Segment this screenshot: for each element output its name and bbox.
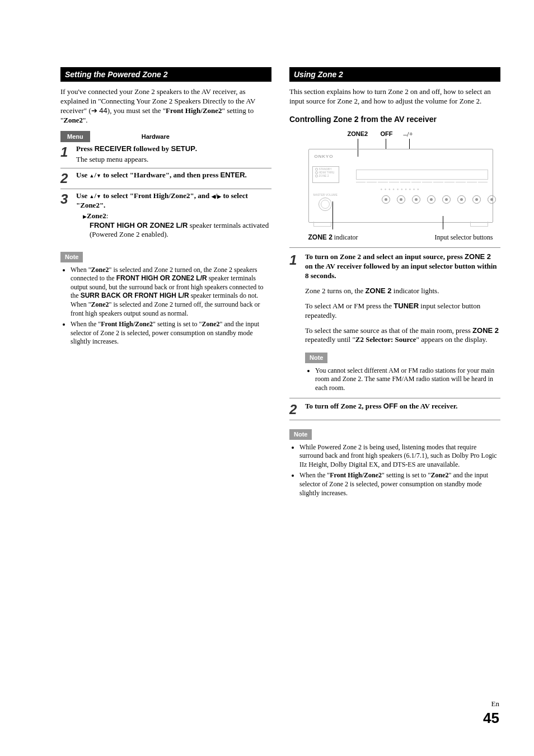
note-tab: Note [289, 429, 312, 439]
notes-list: When "Zone2" is selected and Zone 2 turn… [60, 266, 271, 346]
note-item: When the "Front High/Zone2" setting is s… [71, 320, 271, 346]
terminal-label: FRONT HIGH OR ZONE2 L/R [116, 274, 207, 282]
knob-icon [457, 195, 466, 204]
arrow-down-icon [96, 191, 101, 200]
knob-icon [397, 195, 405, 204]
button-label: ENTER [221, 171, 245, 179]
receiver-body: ONKYO STANDBY HDMI THRU ZONE 2 ● ● ● ● ●… [308, 149, 493, 223]
subheading: Controlling Zone 2 from the AV receiver [289, 114, 500, 124]
section-header-left: Setting the Powered Zone 2 [60, 67, 271, 82]
step-2: 2 Use / to select "Hardware", and then p… [60, 168, 271, 189]
leader-line [332, 201, 333, 229]
arrow-up-icon [89, 191, 94, 200]
button-label: RECEIVER [95, 144, 132, 153]
text: ), you must set the " [107, 106, 166, 115]
notes-list: While Powered Zone 2 is being used, list… [289, 443, 500, 498]
volume-label: MASTER VOLUME [313, 193, 338, 197]
step-number: 3 [60, 191, 76, 240]
note-tab: Note [60, 252, 83, 262]
hardware-tab: Hardware [135, 131, 176, 142]
terminal-label: FRONT HIGH OR ZONE2 L/R [90, 221, 188, 229]
text-bold: Zone2 [202, 320, 219, 328]
label-off: OFF [381, 130, 393, 138]
step-number: 1 [289, 252, 305, 395]
label-zone2: ZONE2 [348, 130, 368, 138]
note-item: When "Zone2" is selected and Zone 2 turn… [71, 266, 271, 318]
step-2-right: 2 To turn off Zone 2, press OFF on the A… [289, 398, 500, 420]
text-bold: Zone2 [430, 471, 448, 479]
knob-icon [442, 195, 451, 204]
dot-row: ● ● ● ● ● ● ● ● ● ● [381, 187, 420, 192]
selector-knobs [382, 195, 496, 204]
note-item: When the "Front High/Zone2" setting is s… [299, 471, 500, 497]
volume-knob-area: MASTER VOLUME [313, 193, 338, 211]
knob-icon [488, 195, 496, 204]
label-plus-minus: –/+ [404, 130, 413, 139]
notes-list: You cannot select different AM or FM rad… [305, 367, 500, 393]
step-title: To turn off Zone 2, press OFF on the AV … [305, 402, 500, 411]
step-number: 2 [60, 171, 76, 185]
text: " appears on the display. [416, 335, 488, 344]
step-number: 1 [60, 144, 76, 165]
indicator-box: STANDBY HDMI THRU ZONE 2 [312, 166, 339, 183]
text: To turn on Zone 2 and select an input so… [305, 252, 465, 261]
button-label: ZONE 2 [472, 326, 499, 335]
receiver-diagram: ZONE2 OFF –/+ ONKYO STANDBY HDMI THRU ZO… [297, 130, 493, 242]
step-title: Use / to select "Front High/Zone2", and … [76, 191, 271, 210]
text: Use [76, 191, 89, 200]
button-label: OFF [383, 402, 398, 410]
left-column: Setting the Powered Zone 2 If you've con… [60, 67, 271, 500]
figure-bottom-labels: ZONE 2 indicator Input selector buttons [308, 233, 493, 242]
text: " setting is set to " [153, 320, 202, 328]
step-body: To turn on Zone 2 and select an input so… [305, 252, 500, 395]
text: Press [76, 144, 95, 153]
indicator-label: ZONE 2 indicator [308, 233, 358, 242]
paragraph: To select the same source as that of the… [305, 326, 500, 345]
arrow-up-icon [89, 171, 94, 179]
volume-knob-icon [318, 198, 332, 211]
manual-page: Setting the Powered Zone 2 If you've con… [0, 0, 534, 756]
step-1-right: 1 To turn on Zone 2 and select an input … [289, 247, 500, 398]
text-bold: Z2 Selector: Source [355, 335, 416, 344]
brand-logo: ONKYO [315, 154, 334, 159]
step-title: To turn on Zone 2 and select an input so… [305, 252, 500, 281]
button-label: ZONE 2 [465, 252, 491, 261]
button-label: SETUP [171, 144, 195, 153]
button-label: Input selector buttons [435, 233, 493, 242]
text: To select AM or FM press the [305, 302, 394, 310]
page-number-block: En 45 [483, 699, 499, 728]
text-bold: Zone2 [91, 300, 109, 308]
leader-line [443, 216, 443, 229]
page-ref: ➔ 44 [91, 106, 107, 115]
step-body: Press RECEIVER followed by SETUP. The se… [76, 144, 271, 165]
step-detail: Zone2: FRONT HIGH OR ZONE2 L/R speaker t… [76, 212, 271, 240]
knob-icon [427, 195, 435, 204]
text: " setting is set to " [382, 471, 430, 479]
button-row [356, 182, 488, 185]
text: When the " [71, 320, 101, 328]
display-area [356, 170, 488, 180]
text: to select "Front High/Zone2", and [101, 191, 212, 200]
leader-line [409, 139, 410, 149]
step-body: Use / to select "Hardware", and then pre… [76, 171, 271, 185]
step-body: To turn off Zone 2, press OFF on the AV … [305, 402, 500, 416]
text: . [195, 144, 197, 153]
step-detail: The setup menu appears. [76, 155, 271, 165]
text-bold: Zone2 [63, 116, 83, 124]
page-language: En [483, 699, 499, 709]
foot-icon [470, 222, 488, 227]
intro-paragraph-right: This section explains how to turn Zone 2… [289, 87, 500, 106]
page-number: 45 [483, 710, 499, 726]
note-item: While Powered Zone 2 is being used, list… [299, 443, 500, 469]
terminal-label: SURR BACK OR FRONT HIGH L/R [81, 292, 189, 299]
text: on the AV receiver followed by an input … [305, 262, 497, 280]
sub-detail: FRONT HIGH OR ZONE2 L/R speaker terminal… [83, 221, 271, 240]
text: Zone 2 turns on, the [305, 287, 366, 295]
menu-tab: Menu [60, 131, 90, 142]
arrow-right-icon [83, 212, 87, 220]
text: repeatedly until " [305, 335, 355, 344]
text-bold: Front High/Zone2 [166, 106, 222, 115]
step-title: Press RECEIVER followed by SETUP. [76, 144, 271, 154]
note-item: You cannot select different AM or FM rad… [315, 367, 500, 393]
text: indicator [332, 233, 358, 241]
